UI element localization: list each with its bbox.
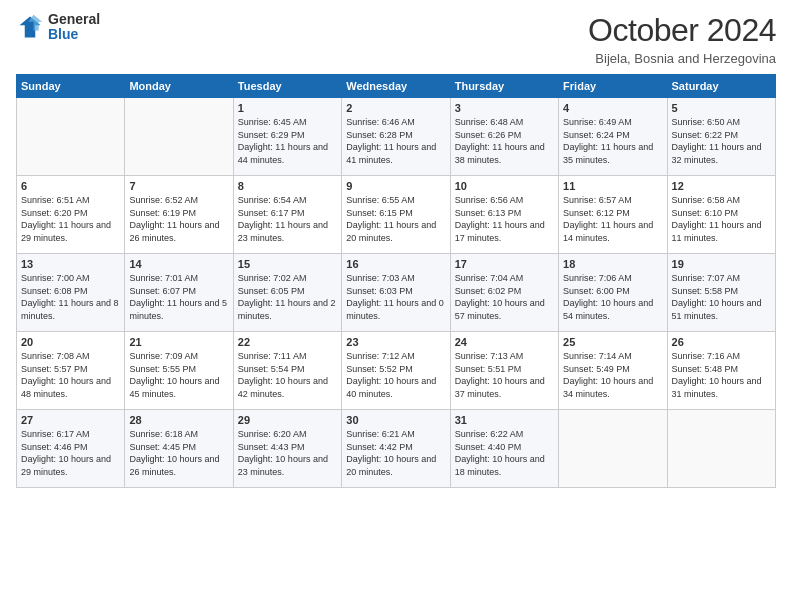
day-cell: 15Sunrise: 7:02 AM Sunset: 6:05 PM Dayli… [233, 254, 341, 332]
day-info: Sunrise: 6:20 AM Sunset: 4:43 PM Dayligh… [238, 428, 337, 478]
day-number: 18 [563, 258, 662, 270]
day-cell: 2Sunrise: 6:46 AM Sunset: 6:28 PM Daylig… [342, 98, 450, 176]
day-info: Sunrise: 6:51 AM Sunset: 6:20 PM Dayligh… [21, 194, 120, 244]
day-cell [17, 98, 125, 176]
day-number: 13 [21, 258, 120, 270]
day-number: 7 [129, 180, 228, 192]
day-cell: 13Sunrise: 7:00 AM Sunset: 6:08 PM Dayli… [17, 254, 125, 332]
header: General Blue October 2024 Bijela, Bosnia… [16, 12, 776, 66]
week-row-4: 20Sunrise: 7:08 AM Sunset: 5:57 PM Dayli… [17, 332, 776, 410]
day-cell: 9Sunrise: 6:55 AM Sunset: 6:15 PM Daylig… [342, 176, 450, 254]
month-title: October 2024 [588, 12, 776, 49]
day-number: 17 [455, 258, 554, 270]
day-cell: 6Sunrise: 6:51 AM Sunset: 6:20 PM Daylig… [17, 176, 125, 254]
day-cell: 5Sunrise: 6:50 AM Sunset: 6:22 PM Daylig… [667, 98, 775, 176]
day-info: Sunrise: 6:49 AM Sunset: 6:24 PM Dayligh… [563, 116, 662, 166]
logo-icon [16, 13, 44, 41]
day-cell [125, 98, 233, 176]
day-info: Sunrise: 6:48 AM Sunset: 6:26 PM Dayligh… [455, 116, 554, 166]
col-header-friday: Friday [559, 75, 667, 98]
day-number: 3 [455, 102, 554, 114]
day-cell: 21Sunrise: 7:09 AM Sunset: 5:55 PM Dayli… [125, 332, 233, 410]
day-info: Sunrise: 6:57 AM Sunset: 6:12 PM Dayligh… [563, 194, 662, 244]
day-number: 25 [563, 336, 662, 348]
day-cell: 10Sunrise: 6:56 AM Sunset: 6:13 PM Dayli… [450, 176, 558, 254]
day-cell: 8Sunrise: 6:54 AM Sunset: 6:17 PM Daylig… [233, 176, 341, 254]
day-info: Sunrise: 7:01 AM Sunset: 6:07 PM Dayligh… [129, 272, 228, 322]
day-info: Sunrise: 7:12 AM Sunset: 5:52 PM Dayligh… [346, 350, 445, 400]
header-row: SundayMondayTuesdayWednesdayThursdayFrid… [17, 75, 776, 98]
day-cell: 20Sunrise: 7:08 AM Sunset: 5:57 PM Dayli… [17, 332, 125, 410]
col-header-tuesday: Tuesday [233, 75, 341, 98]
day-number: 20 [21, 336, 120, 348]
logo: General Blue [16, 12, 100, 43]
day-number: 27 [21, 414, 120, 426]
day-info: Sunrise: 7:00 AM Sunset: 6:08 PM Dayligh… [21, 272, 120, 322]
day-cell: 11Sunrise: 6:57 AM Sunset: 6:12 PM Dayli… [559, 176, 667, 254]
day-number: 22 [238, 336, 337, 348]
day-number: 10 [455, 180, 554, 192]
day-cell: 19Sunrise: 7:07 AM Sunset: 5:58 PM Dayli… [667, 254, 775, 332]
day-cell: 31Sunrise: 6:22 AM Sunset: 4:40 PM Dayli… [450, 410, 558, 488]
day-info: Sunrise: 7:03 AM Sunset: 6:03 PM Dayligh… [346, 272, 445, 322]
day-info: Sunrise: 6:52 AM Sunset: 6:19 PM Dayligh… [129, 194, 228, 244]
day-cell: 25Sunrise: 7:14 AM Sunset: 5:49 PM Dayli… [559, 332, 667, 410]
day-info: Sunrise: 6:46 AM Sunset: 6:28 PM Dayligh… [346, 116, 445, 166]
day-info: Sunrise: 7:16 AM Sunset: 5:48 PM Dayligh… [672, 350, 771, 400]
day-cell: 18Sunrise: 7:06 AM Sunset: 6:00 PM Dayli… [559, 254, 667, 332]
location-subtitle: Bijela, Bosnia and Herzegovina [588, 51, 776, 66]
day-info: Sunrise: 7:06 AM Sunset: 6:00 PM Dayligh… [563, 272, 662, 322]
day-info: Sunrise: 6:58 AM Sunset: 6:10 PM Dayligh… [672, 194, 771, 244]
day-number: 4 [563, 102, 662, 114]
day-cell: 16Sunrise: 7:03 AM Sunset: 6:03 PM Dayli… [342, 254, 450, 332]
day-info: Sunrise: 7:09 AM Sunset: 5:55 PM Dayligh… [129, 350, 228, 400]
day-cell: 24Sunrise: 7:13 AM Sunset: 5:51 PM Dayli… [450, 332, 558, 410]
day-number: 29 [238, 414, 337, 426]
col-header-wednesday: Wednesday [342, 75, 450, 98]
day-info: Sunrise: 6:56 AM Sunset: 6:13 PM Dayligh… [455, 194, 554, 244]
day-info: Sunrise: 7:02 AM Sunset: 6:05 PM Dayligh… [238, 272, 337, 322]
day-cell: 12Sunrise: 6:58 AM Sunset: 6:10 PM Dayli… [667, 176, 775, 254]
page: General Blue October 2024 Bijela, Bosnia… [0, 0, 792, 612]
day-info: Sunrise: 6:18 AM Sunset: 4:45 PM Dayligh… [129, 428, 228, 478]
logo-blue: Blue [48, 27, 100, 42]
day-number: 19 [672, 258, 771, 270]
day-cell [667, 410, 775, 488]
day-cell: 1Sunrise: 6:45 AM Sunset: 6:29 PM Daylig… [233, 98, 341, 176]
day-cell: 14Sunrise: 7:01 AM Sunset: 6:07 PM Dayli… [125, 254, 233, 332]
col-header-monday: Monday [125, 75, 233, 98]
day-info: Sunrise: 7:13 AM Sunset: 5:51 PM Dayligh… [455, 350, 554, 400]
day-cell: 23Sunrise: 7:12 AM Sunset: 5:52 PM Dayli… [342, 332, 450, 410]
day-info: Sunrise: 7:07 AM Sunset: 5:58 PM Dayligh… [672, 272, 771, 322]
day-cell: 30Sunrise: 6:21 AM Sunset: 4:42 PM Dayli… [342, 410, 450, 488]
day-cell: 7Sunrise: 6:52 AM Sunset: 6:19 PM Daylig… [125, 176, 233, 254]
day-number: 8 [238, 180, 337, 192]
day-info: Sunrise: 6:55 AM Sunset: 6:15 PM Dayligh… [346, 194, 445, 244]
day-cell: 28Sunrise: 6:18 AM Sunset: 4:45 PM Dayli… [125, 410, 233, 488]
day-number: 26 [672, 336, 771, 348]
day-cell: 26Sunrise: 7:16 AM Sunset: 5:48 PM Dayli… [667, 332, 775, 410]
day-number: 6 [21, 180, 120, 192]
day-cell: 3Sunrise: 6:48 AM Sunset: 6:26 PM Daylig… [450, 98, 558, 176]
day-cell: 17Sunrise: 7:04 AM Sunset: 6:02 PM Dayli… [450, 254, 558, 332]
day-info: Sunrise: 6:45 AM Sunset: 6:29 PM Dayligh… [238, 116, 337, 166]
day-number: 30 [346, 414, 445, 426]
day-cell: 27Sunrise: 6:17 AM Sunset: 4:46 PM Dayli… [17, 410, 125, 488]
day-cell [559, 410, 667, 488]
col-header-thursday: Thursday [450, 75, 558, 98]
day-info: Sunrise: 7:11 AM Sunset: 5:54 PM Dayligh… [238, 350, 337, 400]
col-header-saturday: Saturday [667, 75, 775, 98]
week-row-5: 27Sunrise: 6:17 AM Sunset: 4:46 PM Dayli… [17, 410, 776, 488]
day-info: Sunrise: 6:22 AM Sunset: 4:40 PM Dayligh… [455, 428, 554, 478]
day-number: 11 [563, 180, 662, 192]
day-number: 24 [455, 336, 554, 348]
logo-text: General Blue [48, 12, 100, 43]
day-number: 16 [346, 258, 445, 270]
day-number: 28 [129, 414, 228, 426]
col-header-sunday: Sunday [17, 75, 125, 98]
day-info: Sunrise: 6:17 AM Sunset: 4:46 PM Dayligh… [21, 428, 120, 478]
day-cell: 4Sunrise: 6:49 AM Sunset: 6:24 PM Daylig… [559, 98, 667, 176]
day-info: Sunrise: 6:54 AM Sunset: 6:17 PM Dayligh… [238, 194, 337, 244]
day-number: 23 [346, 336, 445, 348]
week-row-2: 6Sunrise: 6:51 AM Sunset: 6:20 PM Daylig… [17, 176, 776, 254]
